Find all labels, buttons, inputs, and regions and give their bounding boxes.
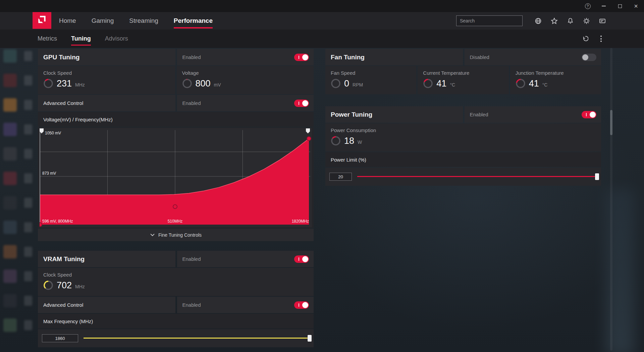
blurred-doc-icon — [24, 100, 32, 110]
fan-tuning-title: Fan Tuning — [331, 54, 365, 61]
vram-advanced-toggle[interactable] — [294, 301, 309, 309]
system-info-button[interactable] — [594, 12, 610, 30]
power-limit-slider-handle[interactable] — [595, 173, 599, 180]
gpu-tuning-title: GPU Tuning — [43, 54, 79, 61]
help-button[interactable]: ? — [580, 0, 596, 12]
gpu-voltage-gauge-icon — [182, 78, 192, 89]
current-temperature-label: Current Temperature — [423, 70, 503, 76]
gpu-advanced-control-label: Advanced Control — [43, 100, 83, 106]
vram-clock-value: 702 — [57, 280, 72, 291]
power-tuning-state: Enabled — [470, 112, 488, 117]
nav-item-home[interactable]: Home — [59, 12, 76, 30]
fan-speed-gauge-icon — [331, 78, 341, 89]
search-box — [456, 15, 523, 26]
power-consumption-value: 18 — [344, 136, 354, 146]
power-tuning-title: Power Tuning — [331, 111, 372, 118]
maximize-button[interactable] — [612, 0, 628, 12]
amd-logo[interactable] — [33, 10, 51, 29]
scrollbar-thumb[interactable] — [610, 110, 612, 135]
nav-item-gaming[interactable]: Gaming — [92, 12, 114, 30]
blurred-game-tile — [3, 98, 17, 112]
power-limit-label: Power Limit (%) — [325, 152, 601, 167]
minimize-button[interactable] — [596, 0, 612, 12]
gpu-tuning-card: GPU Tuning Enabled Clock Speed 231 MHz — [38, 49, 314, 241]
amd-arrow-icon — [37, 14, 47, 25]
gpu-voltage-label: Voltage — [182, 70, 309, 76]
max-frequency-slider-row: 1860 — [38, 329, 314, 347]
notifications-button[interactable] — [562, 12, 578, 30]
nav-item-streaming[interactable]: Streaming — [129, 12, 158, 30]
more-options-button[interactable] — [593, 30, 609, 48]
tab-advisors[interactable]: Advisors — [105, 30, 128, 48]
junction-temperature-gauge-icon — [516, 78, 526, 89]
fan-speed-label: Fan Speed — [331, 70, 411, 76]
fan-tuning-toggle[interactable] — [582, 54, 596, 61]
power-limit-value-box[interactable]: 20 — [329, 173, 352, 181]
blurred-game-tile — [3, 270, 17, 283]
power-tuning-card: Power Tuning Enabled Power Consumption 1… — [325, 106, 601, 186]
blurred-doc-icon — [24, 198, 32, 208]
power-consumption-label: Power Consumption — [331, 127, 596, 133]
voltage-frequency-label: Voltage(mV) / Frequency(MHz) — [38, 112, 314, 127]
voltage-frequency-chart-row: 1050 mV873 mV596 mV, 800MHz510MHz1820MHz — [38, 127, 314, 228]
junction-temperature-value: 41 — [529, 78, 539, 89]
max-frequency-slider-handle[interactable] — [308, 335, 312, 342]
blurred-doc-icon — [24, 247, 32, 257]
scrollbar-track[interactable] — [610, 48, 612, 351]
blurred-game-tile — [3, 172, 17, 185]
reset-icon — [582, 36, 588, 42]
title-bar: ? × — [0, 0, 644, 12]
power-consumption-gauge-icon — [331, 136, 341, 146]
gpu-clock-value: 231 — [57, 78, 72, 89]
fan-speed-unit: RPM — [353, 82, 363, 87]
blurred-game-tile — [3, 74, 17, 87]
blurred-doc-icon — [24, 149, 32, 159]
power-limit-slider[interactable] — [357, 173, 597, 181]
gpu-tuning-toggle[interactable] — [294, 54, 309, 61]
gpu-advanced-toggle[interactable] — [294, 100, 309, 107]
svg-text:1050 mV: 1050 mV — [45, 131, 61, 135]
blurred-game-tile — [3, 294, 17, 307]
gpu-clock-unit: MHz — [75, 82, 85, 87]
settings-button[interactable] — [578, 12, 594, 30]
fine-tuning-controls-expander[interactable]: Fine Tuning Controls — [38, 229, 314, 241]
main-nav-bar: Home Gaming Streaming Performance — [0, 12, 644, 30]
max-frequency-label: Max Frequency (MHz) — [38, 314, 314, 329]
help-icon: ? — [585, 3, 591, 9]
blurred-game-tile — [3, 221, 17, 234]
svg-text:873 mV: 873 mV — [42, 171, 56, 176]
svg-text:510MHz: 510MHz — [168, 219, 183, 224]
close-button[interactable]: × — [628, 0, 644, 12]
vram-tuning-toggle[interactable] — [294, 255, 309, 263]
close-icon: × — [634, 3, 638, 9]
search-input[interactable] — [460, 18, 521, 23]
tab-tuning[interactable]: Tuning — [71, 30, 91, 48]
fan-speed-value: 0 — [344, 78, 349, 89]
blurred-doc-icon — [24, 320, 32, 330]
svg-text:1820MHz: 1820MHz — [292, 219, 309, 224]
bell-icon — [567, 17, 574, 24]
tab-metrics[interactable]: Metrics — [38, 30, 57, 48]
performance-sub-nav: Metrics Tuning Advisors — [0, 30, 644, 48]
power-limit-slider-row: 20 — [325, 168, 601, 186]
vram-advanced-control-label: Advanced Control — [43, 302, 83, 308]
browser-button[interactable] — [530, 12, 546, 30]
current-temperature-unit: °C — [450, 82, 455, 87]
max-frequency-slider[interactable] — [84, 334, 310, 342]
reset-button[interactable] — [577, 30, 593, 48]
star-icon — [551, 17, 558, 24]
nav-item-performance[interactable]: Performance — [174, 12, 213, 30]
fine-tuning-controls-label: Fine Tuning Controls — [158, 232, 202, 238]
blurred-game-tile — [3, 123, 17, 136]
blurred-game-tile — [3, 318, 17, 332]
content-area: GPU Tuning Enabled Clock Speed 231 MHz — [0, 48, 644, 352]
vram-clock-unit: MHz — [75, 284, 85, 289]
junction-temperature-unit: °C — [542, 82, 548, 87]
power-consumption-unit: W — [358, 139, 362, 145]
voltage-frequency-curve-chart[interactable]: 1050 mV873 mV596 mV, 800MHz510MHz1820MHz — [40, 128, 312, 227]
favorites-button[interactable] — [546, 12, 562, 30]
power-tuning-toggle[interactable] — [582, 111, 596, 118]
chevron-down-icon — [150, 233, 155, 236]
blurred-doc-icon — [24, 296, 32, 306]
max-frequency-value-box[interactable]: 1860 — [42, 334, 78, 342]
